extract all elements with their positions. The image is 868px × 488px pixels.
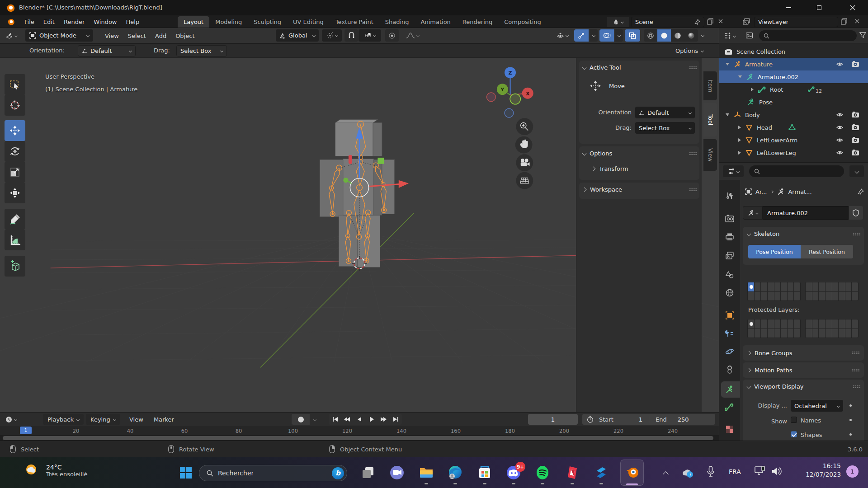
properties-editor-button[interactable] (723, 165, 744, 177)
onedrive-icon[interactable]: i (681, 467, 694, 478)
tab-object-props[interactable] (725, 311, 734, 320)
viewlayer-name-field[interactable]: ViewLayer (754, 17, 838, 27)
tool-select-box[interactable] (5, 74, 25, 95)
outliner-row-leftlowerarm[interactable]: LeftLowerArm (719, 134, 868, 146)
breadcrumb-data[interactable]: Armat... (788, 188, 811, 195)
scene-browse-button[interactable] (607, 17, 629, 27)
current-frame-field[interactable]: 1 (528, 414, 578, 425)
tab-texture-props[interactable] (725, 425, 734, 434)
file-explorer-icon[interactable] (418, 465, 434, 481)
viewlayer-icon[interactable] (742, 18, 750, 26)
ms-store-icon[interactable] (476, 465, 493, 481)
tab-tool-props[interactable] (725, 192, 734, 201)
editor-type-button[interactable] (4, 30, 23, 42)
npanel-tab-item[interactable]: Item (703, 71, 717, 100)
close-button[interactable] (837, 0, 868, 15)
menu-file[interactable]: File (20, 19, 39, 25)
skeleton-panel-header[interactable]: Skeleton (747, 230, 860, 237)
ts-drag-dropdown[interactable]: Select Box (176, 45, 227, 56)
tool-annotate[interactable] (5, 209, 25, 230)
shapes-checkbox[interactable] (791, 431, 797, 437)
options-panel-header[interactable]: Options (583, 150, 697, 157)
bone-groups-panel[interactable]: Bone Groups (743, 345, 864, 361)
outliner-row-armature-002[interactable]: Armature.002 (719, 70, 868, 83)
hide-eye-icon[interactable] (836, 150, 844, 156)
jump-to-end-button[interactable] (390, 414, 402, 425)
chat-icon[interactable] (389, 465, 405, 481)
frame-range-block[interactable]: Start 1 End 250 (582, 414, 715, 425)
menu-window[interactable]: Window (89, 19, 121, 25)
tray-clock[interactable]: 16:15 12/07/2023 (794, 462, 841, 478)
npanel-tab-tool[interactable]: Tool (703, 103, 717, 136)
edge-icon[interactable] (447, 465, 463, 481)
timeline-editor-button[interactable] (4, 414, 24, 425)
outliner-search[interactable] (759, 30, 857, 41)
active-tool-panel-header[interactable]: Active Tool (583, 64, 697, 71)
layers-grid-left[interactable] (747, 282, 801, 301)
panel-grip[interactable] (689, 66, 697, 70)
outliner-row-root[interactable]: Root 12 (719, 83, 868, 96)
pin-icon[interactable] (694, 19, 700, 25)
tab-shading[interactable]: Shading (379, 16, 415, 28)
tab-viewlayer-props[interactable] (725, 251, 734, 260)
panel-grip[interactable] (689, 188, 697, 192)
overlays-toggle[interactable] (599, 29, 614, 42)
tool-scale[interactable] (5, 162, 25, 183)
pivot-point-selector[interactable] (322, 29, 342, 42)
viewlayer-copy-button[interactable] (841, 18, 848, 25)
outliner-row-body[interactable]: Body (719, 108, 868, 121)
timeline-view-menu[interactable]: View (126, 414, 147, 425)
np-orientation-dropdown[interactable]: Default (635, 107, 695, 118)
tray-expand-icon[interactable] (664, 471, 668, 478)
start-button[interactable] (179, 466, 193, 479)
layers-grid-right[interactable] (805, 282, 859, 301)
tab-modeling[interactable]: Modeling (209, 16, 248, 28)
gizmo-dropdown[interactable] (590, 29, 598, 42)
motion-paths-panel[interactable]: Motion Paths (743, 362, 864, 378)
volume-icon[interactable] (771, 466, 783, 476)
outliner-display-mode-icon[interactable] (745, 32, 753, 39)
task-view-icon[interactable] (360, 465, 376, 481)
properties-options-dropdown[interactable] (849, 165, 864, 177)
next-keyframe-button[interactable] (377, 414, 390, 425)
timeline-playback-menu[interactable]: Playback (43, 414, 84, 425)
protected-grid-left[interactable] (747, 319, 801, 338)
record-options-dropdown[interactable] (310, 414, 319, 425)
tab-data-armature-active[interactable] (721, 381, 740, 398)
microphone-icon[interactable] (706, 466, 715, 478)
blue-app-icon[interactable] (593, 465, 609, 481)
discord-icon[interactable]: 9+ (505, 465, 522, 481)
proportional-editing-toggle[interactable] (385, 29, 399, 42)
minimize-button[interactable] (776, 0, 801, 15)
transform-orientation-selector[interactable]: Global (276, 29, 319, 42)
transform-subpanel-header[interactable]: Transform (592, 165, 628, 172)
workspace-panel-header[interactable]: Workspace (583, 186, 697, 193)
tab-uv-editing[interactable]: UV Editing (287, 16, 330, 28)
snap-toggle[interactable] (344, 29, 358, 42)
tab-texture-paint[interactable]: Texture Paint (330, 16, 379, 28)
timeline-keying-menu[interactable]: Keying (86, 414, 120, 425)
names-checkbox[interactable] (791, 417, 797, 423)
np-drag-dropdown[interactable]: Select Box (635, 122, 695, 134)
scene-delete-button[interactable] (718, 19, 723, 24)
shading-material[interactable] (671, 29, 684, 42)
disable-render-camera-icon[interactable] (851, 136, 859, 143)
overlays-dropdown[interactable] (615, 29, 623, 42)
xray-toggle[interactable] (625, 29, 640, 42)
mode-selector[interactable]: Object Mode (25, 29, 93, 42)
prev-frame-button[interactable] (353, 414, 365, 425)
ts-options-dropdown[interactable]: Options (675, 45, 703, 56)
hide-eye-icon[interactable] (836, 124, 844, 131)
disable-render-camera-icon[interactable] (851, 111, 859, 118)
tab-compositing[interactable]: Compositing (498, 16, 543, 28)
menu-help[interactable]: Help (122, 19, 144, 25)
shading-rendered[interactable] (684, 29, 698, 42)
outliner-row-armature[interactable]: Armature (719, 58, 868, 70)
menu-render[interactable]: Render (59, 19, 89, 25)
blender-taskbar-button[interactable] (620, 460, 644, 486)
outliner-row-leftlowerleg[interactable]: LeftLowerLeg (719, 146, 868, 159)
tool-rotate[interactable] (5, 141, 25, 162)
tool-transform[interactable] (5, 183, 25, 203)
hide-eye-icon[interactable] (836, 112, 844, 118)
tool-measure[interactable] (5, 230, 25, 250)
